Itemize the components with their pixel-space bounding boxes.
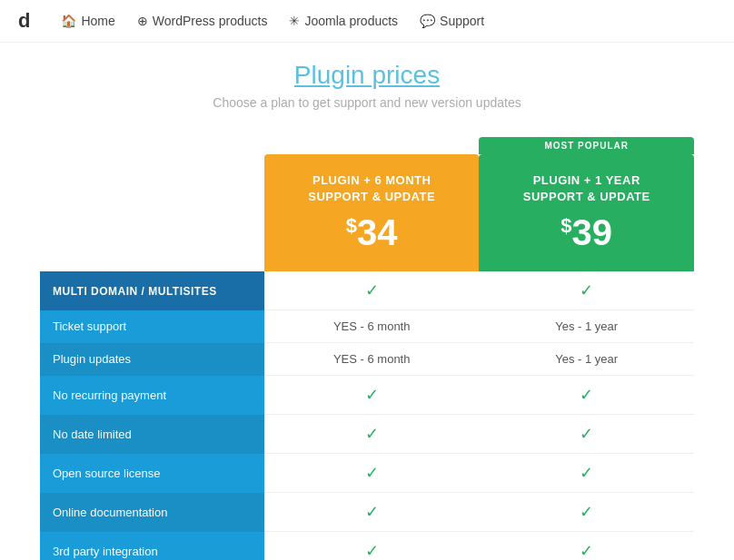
check-icon: ✓ (365, 425, 379, 443)
feature-label: No date limited (40, 415, 264, 454)
feature-value: ✓ (479, 415, 694, 454)
check-icon: ✓ (365, 503, 379, 521)
nav-home-label: Home (81, 14, 114, 28)
table-row: Ticket supportYES - 6 monthYes - 1 year (40, 310, 694, 343)
feature-label: Open source license (40, 454, 264, 493)
feature-value: YES - 6 month (264, 310, 480, 343)
check-icon: ✓ (365, 464, 379, 482)
nav-support-label: Support (440, 14, 484, 28)
page-subtitle: Choose a plan to get support and new ver… (9, 95, 725, 110)
pricing-section: PLUGIN + 6 MONTHSUPPORT & UPDATE $34 MOS… (22, 137, 712, 560)
nav-joomla[interactable]: ✳ Joomla products (289, 14, 398, 28)
feature-value: ✓ (264, 454, 480, 493)
check-icon: ✓ (580, 542, 593, 560)
plan-green-box: PLUGIN + 1 YEARSUPPORT & UPDATE $39 (479, 154, 694, 271)
plan-green-multi-check: ✓ (479, 271, 694, 310)
most-popular-badge: MOST POPULAR (479, 137, 694, 154)
feature-value: Yes - 1 year (479, 310, 694, 343)
check-icon: ✓ (365, 386, 379, 404)
nav-logo: d (18, 9, 30, 33)
plan-yellow-price: $34 (278, 212, 466, 253)
plan-yellow-title: PLUGIN + 6 MONTHSUPPORT & UPDATE (278, 172, 466, 205)
plan-green-title: PLUGIN + 1 YEARSUPPORT & UPDATE (492, 172, 680, 205)
feature-value: ✓ (479, 454, 694, 493)
plan-yellow-multi-check: ✓ (264, 271, 480, 310)
nav-wordpress-label: WordPress products (153, 14, 268, 28)
nav-support[interactable]: 💬 Support (420, 14, 484, 28)
feature-value: ✓ (479, 532, 694, 560)
feature-value: YES - 6 month (264, 343, 480, 376)
feature-label: No recurring payment (40, 376, 264, 415)
feature-value: ✓ (264, 415, 480, 454)
features-header-row: MULTI DOMAIN / MULTISITES ✓ ✓ (40, 271, 694, 310)
page-title: Plugin prices (9, 61, 725, 90)
navigation: d 🏠 Home ⊕ WordPress products ✳ Joomla p… (0, 0, 734, 43)
check-icon: ✓ (365, 281, 379, 300)
nav-home[interactable]: 🏠 Home (61, 14, 114, 28)
table-row: Online documentation✓✓ (40, 493, 694, 532)
feature-value: ✓ (264, 376, 480, 415)
nav-joomla-label: Joomla products (304, 14, 398, 28)
plan-yellow-box: PLUGIN + 6 MONTHSUPPORT & UPDATE $34 (264, 154, 480, 271)
check-icon: ✓ (365, 542, 379, 560)
check-icon: ✓ (580, 386, 593, 404)
feature-value: ✓ (479, 493, 694, 532)
check-icon: ✓ (580, 503, 593, 521)
plan-green-header: MOST POPULAR PLUGIN + 1 YEARSUPPORT & UP… (479, 137, 694, 271)
feature-value: ✓ (264, 493, 480, 532)
feature-value: ✓ (264, 532, 480, 560)
feature-col-spacer (40, 137, 264, 271)
check-icon: ✓ (580, 281, 593, 300)
table-row: Plugin updatesYES - 6 monthYes - 1 year (40, 343, 694, 376)
feature-rows: Ticket supportYES - 6 monthYes - 1 yearP… (40, 310, 694, 560)
nav-wordpress[interactable]: ⊕ WordPress products (137, 14, 268, 28)
table-row: No date limited✓✓ (40, 415, 694, 454)
check-icon: ✓ (580, 464, 593, 482)
feature-label: Online documentation (40, 493, 264, 532)
feature-label: Plugin updates (40, 343, 264, 376)
table-row: No recurring payment✓✓ (40, 376, 694, 415)
plan-yellow-header: PLUGIN + 6 MONTHSUPPORT & UPDATE $34 (264, 137, 480, 271)
joomla-icon: ✳ (289, 14, 300, 28)
pricing-table: PLUGIN + 6 MONTHSUPPORT & UPDATE $34 MOS… (40, 137, 694, 560)
wordpress-icon: ⊕ (137, 14, 148, 28)
check-icon: ✓ (580, 425, 593, 443)
plans-header-row: PLUGIN + 6 MONTHSUPPORT & UPDATE $34 MOS… (40, 137, 694, 271)
feature-label: 3rd party integration (40, 532, 264, 560)
support-icon: 💬 (420, 14, 435, 28)
table-row: 3rd party integration✓✓ (40, 532, 694, 560)
plan-green-price: $39 (492, 212, 680, 253)
feature-label: Ticket support (40, 310, 264, 343)
table-row: Open source license✓✓ (40, 454, 694, 493)
feature-value: Yes - 1 year (479, 343, 694, 376)
page-header: Plugin prices Choose a plan to get suppo… (0, 43, 734, 119)
home-icon: 🏠 (61, 14, 76, 28)
feature-value: ✓ (479, 376, 694, 415)
features-header-label: MULTI DOMAIN / MULTISITES (40, 271, 264, 310)
